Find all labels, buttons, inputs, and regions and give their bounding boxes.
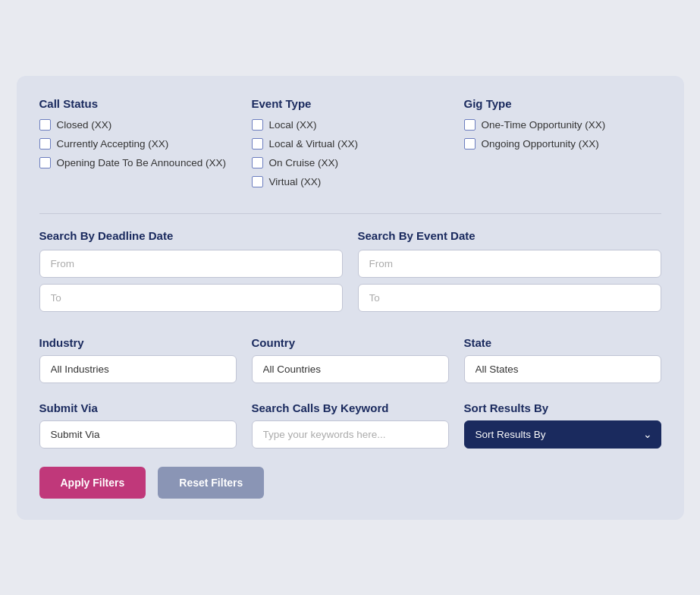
country-group: Country All Countries	[252, 336, 449, 383]
checkbox-local-label: Local (XX)	[269, 119, 317, 131]
industry-group: Industry All Industries	[39, 336, 237, 383]
gig-type-title: Gig Type	[464, 97, 661, 110]
industry-select[interactable]: All Industries	[39, 355, 237, 383]
sort-group: Sort Results By Sort Results By ⌄	[464, 401, 661, 449]
country-title: Country	[252, 336, 449, 349]
checkbox-currently-accepting-input[interactable]	[39, 138, 51, 150]
checkbox-one-time-label: One-Time Opportunity (XX)	[482, 119, 606, 131]
filter-panel: Call Status Closed (XX) Currently Accept…	[17, 76, 684, 520]
state-title: State	[464, 336, 661, 349]
country-select[interactable]: All Countries	[252, 355, 449, 383]
checkbox-opening-date-input[interactable]	[39, 157, 51, 168]
call-status-section: Call Status Closed (XX) Currently Accept…	[39, 97, 237, 195]
checkbox-virtual[interactable]: Virtual (XX)	[252, 176, 449, 187]
submit-via-select[interactable]: Submit Via	[39, 420, 237, 449]
deadline-to-input[interactable]	[39, 284, 343, 312]
checkbox-local-input[interactable]	[252, 119, 263, 131]
checkbox-opening-date[interactable]: Opening Date To Be Announced (XX)	[39, 157, 237, 168]
deadline-date-title: Search By Deadline Date	[39, 229, 343, 242]
event-type-title: Event Type	[252, 97, 449, 110]
event-date-group: Search By Event Date	[358, 229, 661, 318]
event-type-section: Event Type Local (XX) Local & Virtual (X…	[252, 97, 449, 195]
keyword-title: Search Calls By Keyword	[252, 401, 449, 414]
checkbox-local[interactable]: Local (XX)	[252, 119, 449, 131]
keyword-input[interactable]	[252, 420, 449, 449]
apply-filters-button[interactable]: Apply Filters	[39, 467, 146, 499]
sort-title: Sort Results By	[464, 401, 661, 414]
checkbox-local-virtual[interactable]: Local & Virtual (XX)	[252, 138, 449, 150]
event-date-title: Search By Event Date	[358, 229, 661, 242]
reset-filters-button[interactable]: Reset Filters	[158, 467, 264, 499]
deadline-date-group: Search By Deadline Date	[39, 229, 343, 318]
checkbox-opening-date-label: Opening Date To Be Announced (XX)	[57, 157, 226, 168]
state-select[interactable]: All States	[464, 355, 661, 383]
divider-1	[39, 213, 661, 214]
checkbox-on-cruise-label: On Cruise (XX)	[269, 157, 339, 168]
call-status-title: Call Status	[39, 97, 237, 110]
checkbox-closed[interactable]: Closed (XX)	[39, 119, 237, 131]
state-group: State All States	[464, 336, 661, 383]
sort-select-wrapper: Sort Results By ⌄	[464, 420, 661, 449]
checkbox-closed-label: Closed (XX)	[57, 119, 112, 131]
top-filter-row: Call Status Closed (XX) Currently Accept…	[39, 97, 661, 195]
checkbox-virtual-input[interactable]	[252, 176, 263, 187]
checkbox-one-time[interactable]: One-Time Opportunity (XX)	[464, 119, 661, 131]
event-from-input[interactable]	[358, 250, 661, 278]
submit-keyword-sort-row: Submit Via Submit Via Search Calls By Ke…	[39, 401, 661, 449]
submit-via-group: Submit Via Submit Via	[39, 401, 237, 449]
event-to-input[interactable]	[358, 284, 661, 312]
checkbox-one-time-input[interactable]	[464, 119, 476, 131]
checkbox-ongoing[interactable]: Ongoing Opportunity (XX)	[464, 138, 661, 150]
checkbox-local-virtual-input[interactable]	[252, 138, 263, 150]
date-search-row: Search By Deadline Date Search By Event …	[39, 229, 661, 318]
checkbox-closed-input[interactable]	[39, 119, 51, 131]
checkbox-ongoing-input[interactable]	[464, 138, 476, 150]
location-filter-row: Industry All Industries Country All Coun…	[39, 336, 661, 383]
checkbox-virtual-label: Virtual (XX)	[269, 176, 322, 187]
checkbox-currently-accepting-label: Currently Accepting (XX)	[57, 138, 169, 150]
action-buttons-row: Apply Filters Reset Filters	[39, 467, 661, 499]
checkbox-on-cruise-input[interactable]	[252, 157, 263, 168]
checkbox-ongoing-label: Ongoing Opportunity (XX)	[482, 138, 599, 150]
checkbox-local-virtual-label: Local & Virtual (XX)	[269, 138, 359, 150]
submit-via-title: Submit Via	[39, 401, 237, 414]
deadline-from-input[interactable]	[39, 250, 343, 278]
keyword-group: Search Calls By Keyword	[252, 401, 449, 449]
checkbox-currently-accepting[interactable]: Currently Accepting (XX)	[39, 138, 237, 150]
sort-select[interactable]: Sort Results By	[464, 420, 661, 449]
checkbox-on-cruise[interactable]: On Cruise (XX)	[252, 157, 449, 168]
industry-title: Industry	[39, 336, 237, 349]
gig-type-section: Gig Type One-Time Opportunity (XX) Ongoi…	[464, 97, 661, 195]
